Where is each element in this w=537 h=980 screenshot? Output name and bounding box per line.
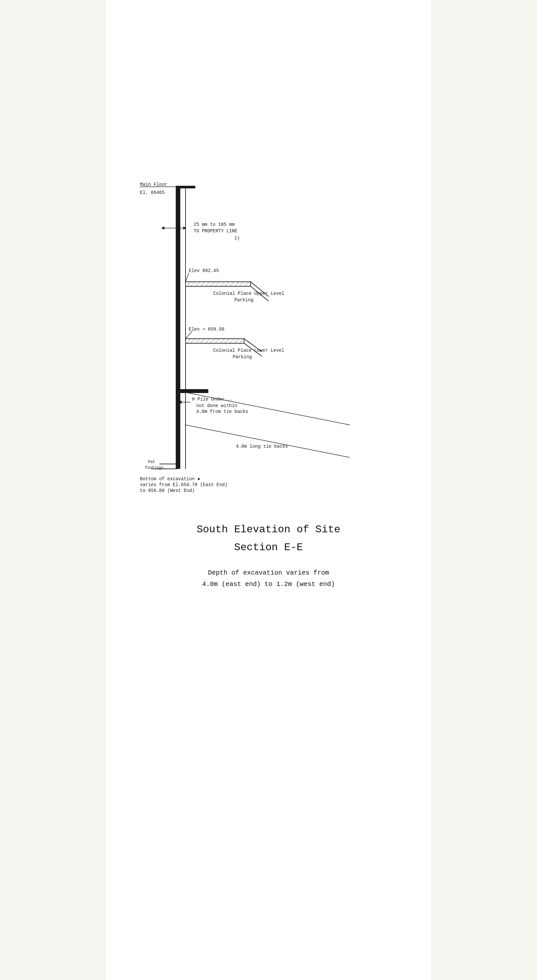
title-line4: 4.0m (east end) to 1.2m (west end) [202, 581, 335, 588]
parking-upper-label: Parking [234, 298, 253, 302]
tieback-label: 4.0m long tie backs [236, 444, 288, 449]
svg-line-19 [234, 282, 239, 286]
svg-line-13 [205, 282, 210, 286]
elev-upper-label: Elev 662.45 [189, 268, 219, 273]
technical-drawing: .handwritten { font-family: 'Courier New… [106, 0, 431, 980]
svg-line-44 [185, 425, 350, 457]
bottom-line1: Bottom of excavation ● [140, 476, 200, 482]
footings-label: footings [145, 466, 164, 470]
svg-line-36 [234, 339, 239, 343]
svg-line-27 [190, 339, 195, 343]
colonial-lower-label: Colonial Place Lower Level [213, 348, 284, 353]
svg-line-31 [210, 339, 215, 343]
parking-lower-label: Parking [233, 354, 252, 360]
svg-marker-6 [161, 226, 164, 230]
dimension-label: 25 mm to 105 mm [194, 222, 235, 227]
title-line1: South Elevation of Site [197, 523, 340, 536]
to-property-line: TO PROPERTY LINE [194, 228, 237, 234]
title-line3: Depth of excavation varies from [208, 569, 329, 576]
h-pile-line3: 4.0m from tie backs [196, 409, 248, 414]
main-floor-label: Main Floor [140, 182, 167, 187]
svg-line-26 [187, 339, 190, 343]
page: .handwritten { font-family: 'Courier New… [106, 0, 431, 980]
svg-line-14 [210, 282, 215, 286]
svg-line-7 [185, 273, 189, 282]
svg-line-32 [215, 339, 220, 343]
bottom-line3: to 656.80 (West End) [140, 488, 194, 493]
svg-line-18 [229, 282, 234, 286]
el-label: El. 66465 [140, 190, 165, 195]
h-pile-line2: not done within [196, 403, 237, 408]
elev-lower-label: Elev ≈ 659.50 [189, 327, 224, 332]
svg-line-35 [229, 339, 234, 343]
h-pile-line1: H Pile Under... [192, 397, 233, 402]
property-line-num: 1) [234, 235, 240, 241]
svg-rect-3 [176, 186, 195, 188]
pat-footing: Pat [148, 460, 155, 464]
svg-line-15 [215, 282, 220, 286]
svg-line-24 [185, 331, 192, 339]
svg-line-10 [190, 282, 195, 286]
svg-line-30 [205, 339, 210, 343]
svg-rect-40 [176, 389, 208, 393]
svg-line-34 [225, 339, 229, 343]
svg-line-20 [239, 282, 244, 286]
title-line2: Section E-E [234, 541, 303, 554]
svg-line-37 [239, 339, 244, 343]
bottom-line2: varies from El.654.70 (East End) [140, 482, 228, 487]
svg-line-21 [244, 282, 249, 286]
svg-line-12 [200, 282, 205, 286]
colonial-upper-label: Colonial Place Upper Level [213, 291, 284, 296]
svg-rect-25 [185, 339, 244, 343]
svg-line-33 [220, 339, 225, 343]
svg-line-11 [195, 282, 200, 286]
svg-rect-8 [185, 282, 250, 286]
svg-line-28 [195, 339, 200, 343]
svg-line-29 [200, 339, 205, 343]
svg-marker-5 [183, 226, 186, 230]
svg-line-17 [225, 282, 229, 286]
svg-line-9 [187, 282, 190, 286]
svg-line-43 [185, 392, 350, 425]
svg-line-16 [220, 282, 225, 286]
